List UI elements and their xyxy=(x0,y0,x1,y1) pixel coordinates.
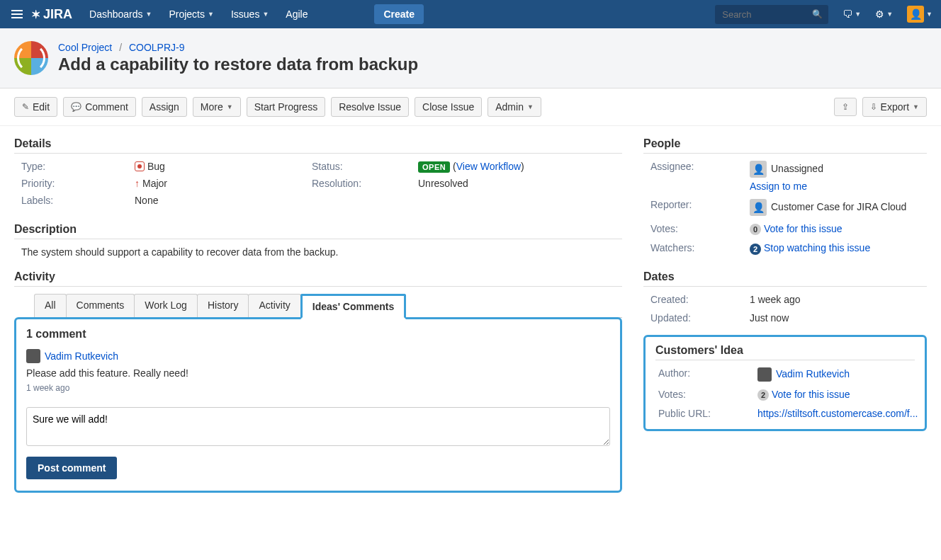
watchers-value: 2Stop watching this issue xyxy=(750,242,927,254)
idea-votes-label: Votes: xyxy=(658,389,757,400)
priority-major-icon: ↑ xyxy=(135,178,140,189)
comment-author-link[interactable]: Vadim Rutkevich xyxy=(45,350,118,362)
status-badge: OPEN xyxy=(418,161,450,173)
search-icon: 🔍 xyxy=(812,9,823,19)
comment-time: 1 week ago xyxy=(26,383,610,393)
start-progress-button[interactable]: Start Progress xyxy=(247,97,325,117)
watchers-label: Watchers: xyxy=(650,242,750,253)
activity-tabs: All Comments Work Log History Activity I… xyxy=(34,294,622,318)
jira-logo[interactable]: ✶ JIRA xyxy=(31,7,72,22)
details-grid: Type: Bug Status: OPEN (View Workflow) P… xyxy=(14,161,622,206)
export-button[interactable]: ⇩Export▼ xyxy=(862,97,927,117)
status-value: OPEN (View Workflow) xyxy=(418,161,622,172)
nav-issues[interactable]: Issues▼ xyxy=(224,0,276,28)
tab-activity[interactable]: Activity xyxy=(248,294,300,317)
breadcrumb-issue-key[interactable]: COOLPRJ-9 xyxy=(129,42,185,53)
breadcrumb-separator: / xyxy=(119,42,122,53)
idea-url-value: https://stiltsoft.customercase.com/f... xyxy=(757,408,918,419)
assign-to-me-link[interactable]: Assign to me xyxy=(750,181,927,192)
idea-author-link[interactable]: Vadim Rutkevich xyxy=(776,367,850,379)
votes-value: 0Vote for this issue xyxy=(750,223,927,235)
toolbar: ✎Edit 💬Comment Assign More▼ Start Progre… xyxy=(0,88,941,126)
tab-work-log[interactable]: Work Log xyxy=(134,294,198,317)
search-input[interactable] xyxy=(715,5,828,24)
assignee-value: Unassigned Assign to me xyxy=(750,161,927,192)
description-heading: Description xyxy=(14,223,622,239)
share-button[interactable]: ⇪ xyxy=(834,98,857,116)
resolution-value: Unresolved xyxy=(418,178,622,189)
watch-link[interactable]: Stop watching this issue xyxy=(764,242,870,253)
nav-agile[interactable]: Agile xyxy=(278,0,315,28)
idea-vote-link[interactable]: Vote for this issue xyxy=(772,389,850,400)
assignee-label: Assignee: xyxy=(650,161,750,172)
created-value: 1 week ago xyxy=(750,294,927,305)
logo-text: JIRA xyxy=(43,7,72,22)
breadcrumb: Cool Project / COOLPRJ-9 xyxy=(58,42,418,53)
votes-label: Votes: xyxy=(650,223,750,234)
created-label: Created: xyxy=(650,294,750,305)
breadcrumb-project[interactable]: Cool Project xyxy=(58,42,112,53)
share-icon: ⇪ xyxy=(842,102,849,112)
public-url-link[interactable]: https://stiltsoft.customercase.com/f... xyxy=(757,408,918,419)
type-label: Type: xyxy=(21,161,135,172)
idea-heading: Customers' Idea xyxy=(655,344,915,360)
reporter-value: Customer Case for JIRA Cloud xyxy=(750,199,927,216)
idea-votes-count-badge: 2 xyxy=(757,389,769,401)
idea-votes-value: 2Vote for this issue xyxy=(757,389,918,401)
updated-label: Updated: xyxy=(650,312,750,324)
comment-textarea[interactable] xyxy=(26,407,610,446)
export-icon: ⇩ xyxy=(870,102,877,112)
avatar-icon xyxy=(26,349,40,363)
tab-history[interactable]: History xyxy=(197,294,249,317)
vote-link[interactable]: Vote for this issue xyxy=(764,223,843,234)
resolution-label: Resolution: xyxy=(312,178,418,189)
issue-title: Add a capability to restore data from ba… xyxy=(58,55,418,74)
admin-button[interactable]: Admin▼ xyxy=(488,97,541,117)
view-workflow-link[interactable]: View Workflow xyxy=(456,161,521,172)
labels-value: None xyxy=(135,195,312,206)
reporter-label: Reporter: xyxy=(650,199,750,210)
status-label: Status: xyxy=(312,161,418,172)
idea-url-label: Public URL: xyxy=(658,408,757,419)
assign-button[interactable]: Assign xyxy=(142,97,187,117)
updated-value: Just now xyxy=(750,312,927,324)
details-heading: Details xyxy=(14,137,622,154)
jira-logo-icon: ✶ xyxy=(31,8,40,21)
comment-item: Vadim Rutkevich Please add this feature.… xyxy=(26,349,610,393)
tab-all[interactable]: All xyxy=(34,294,67,317)
help-icon[interactable]: 🗨▼ xyxy=(843,8,861,20)
edit-button[interactable]: ✎Edit xyxy=(14,97,57,117)
nav-projects[interactable]: Projects▼ xyxy=(162,0,221,28)
tab-comments[interactable]: Comments xyxy=(66,294,135,317)
close-button[interactable]: Close Issue xyxy=(415,97,482,117)
people-heading: People xyxy=(643,137,927,154)
avatar-icon: 👤 xyxy=(907,6,924,23)
user-avatar-icon xyxy=(750,199,767,216)
create-button[interactable]: Create xyxy=(374,4,424,24)
priority-value: ↑Major xyxy=(135,178,312,189)
bug-icon xyxy=(135,161,145,171)
idea-author-label: Author: xyxy=(658,367,757,379)
tab-ideas-comments[interactable]: Ideas' Comments xyxy=(300,294,406,319)
votes-count-badge: 0 xyxy=(750,224,761,235)
menu-icon[interactable] xyxy=(9,6,26,23)
post-comment-button[interactable]: Post comment xyxy=(26,457,117,479)
type-value: Bug xyxy=(135,161,312,172)
speech-icon: 💬 xyxy=(71,102,81,112)
avatar-icon xyxy=(757,367,772,382)
watchers-count-badge: 2 xyxy=(750,244,761,255)
comment-button[interactable]: 💬Comment xyxy=(63,97,136,117)
project-avatar-icon xyxy=(14,41,48,75)
user-avatar-icon xyxy=(750,161,767,178)
settings-icon[interactable]: ⚙▼ xyxy=(875,8,893,20)
search-wrap: 🔍 xyxy=(715,5,828,24)
labels-label: Labels: xyxy=(21,195,135,206)
description-text: The system should support a capability t… xyxy=(14,246,622,258)
comment-body: Please add this feature. Really need! xyxy=(26,367,610,379)
nav-dashboards[interactable]: Dashboards▼ xyxy=(82,0,159,28)
profile-menu[interactable]: 👤▼ xyxy=(907,6,932,23)
more-button[interactable]: More▼ xyxy=(193,97,241,117)
idea-author-value: Vadim Rutkevich xyxy=(757,367,918,382)
page-header: Cool Project / COOLPRJ-9 Add a capabilit… xyxy=(0,28,941,88)
resolve-button[interactable]: Resolve Issue xyxy=(331,97,409,117)
